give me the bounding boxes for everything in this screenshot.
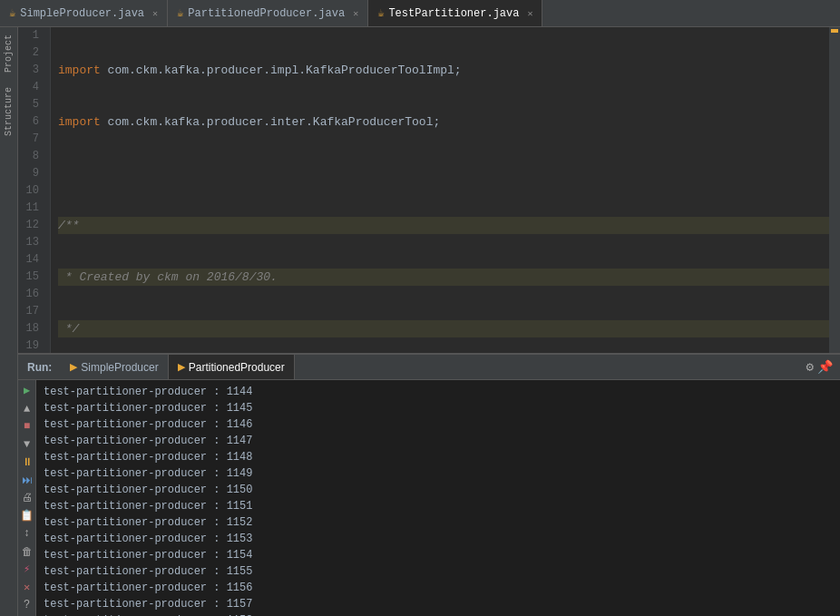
run-icon: ▶ [178, 361, 185, 373]
rerun-button[interactable]: ▶ [20, 384, 34, 398]
code-container[interactable]: 1 2 3 4 5 6 7 8 9 10 11 12 13 14 15 16 1 [18, 27, 840, 353]
filter-button[interactable]: ⚡ [20, 562, 34, 577]
java-icon: ☕ [9, 6, 15, 20]
run-tab-bar: Run: ▶ SimpleProducer ▶ PartitionedProdu… [18, 355, 840, 380]
output-line: test-partitioner-producer : 1156 [44, 580, 833, 596]
java-icon: ☕ [177, 6, 183, 20]
code-line-2: import com.ckm.kafka.producer.inter.Kafk… [58, 113, 829, 131]
code-content[interactable]: import com.ckm.kafka.producer.impl.Kafka… [51, 27, 829, 353]
tab-close-icon[interactable]: ✕ [527, 8, 532, 19]
tab-close-icon[interactable]: ✕ [152, 8, 158, 19]
run-label: Run: [18, 361, 61, 374]
line-numbers: 1 2 3 4 5 6 7 8 9 10 11 12 13 14 15 16 1 [18, 27, 51, 353]
code-line-1: import com.ckm.kafka.producer.impl.Kafka… [58, 62, 829, 79]
pause-button[interactable]: ⏸ [20, 455, 34, 470]
output-line: test-partitioner-producer : 1153 [44, 531, 833, 547]
tab-label: PartitionedProducer.java [188, 7, 345, 20]
settings-icon[interactable]: ⚙ [806, 359, 814, 375]
tab-label: SimpleProducer.java [20, 7, 144, 20]
tab-close-icon[interactable]: ✕ [353, 8, 358, 19]
output-line: test-partitioner-producer : 1158 [44, 612, 833, 616]
structure-sidebar-label[interactable]: Structure [2, 80, 15, 143]
run-tab-label: SimpleProducer [81, 361, 158, 374]
project-sidebar-label[interactable]: Project [2, 27, 15, 80]
down-button[interactable]: ▼ [20, 437, 34, 452]
close-run-button[interactable]: ✕ [20, 581, 34, 595]
run-content: ▶ ▲ ■ ▼ ⏸ ⏭ 🖨 📋 ↕ 🗑 ⚡ ✕ ? test-partition… [18, 380, 840, 616]
code-line-3 [58, 165, 829, 182]
scroll-button[interactable]: ↕ [20, 527, 34, 542]
output-line: test-partitioner-producer : 1144 [44, 384, 833, 400]
output-line: test-partitioner-producer : 1155 [44, 563, 833, 580]
output-line: test-partitioner-producer : 1157 [44, 596, 833, 612]
run-tab-label: PartitionedProducer [189, 361, 285, 374]
tab-test-partitioner[interactable]: ☕ TestPartitioner.java ✕ [368, 0, 542, 26]
tab-simple-producer[interactable]: ☕ SimpleProducer.java ✕ [0, 0, 168, 26]
left-sidebar: Project Structure [0, 27, 18, 616]
run-tab-partitioned-producer[interactable]: ▶ PartitionedProducer [169, 355, 295, 379]
tab-partitioned-producer[interactable]: ☕ PartitionedProducer.java ✕ [168, 0, 368, 26]
run-toolbar: ▶ ▲ ■ ▼ ⏸ ⏭ 🖨 📋 ↕ 🗑 ⚡ ✕ ? [18, 380, 36, 616]
output-line: test-partitioner-producer : 1147 [44, 433, 833, 449]
clear-button[interactable]: 🗑 [20, 544, 34, 559]
up-button[interactable]: ▲ [20, 402, 34, 416]
output-line: test-partitioner-producer : 1151 [44, 498, 833, 514]
help-button[interactable]: ? [20, 598, 34, 612]
stop-button[interactable]: ■ [20, 419, 34, 434]
print-button[interactable]: 🖨 [20, 491, 34, 505]
java-icon: ☕ [377, 6, 384, 20]
code-line-4: /** [58, 217, 829, 234]
output-line: test-partitioner-producer : 1150 [44, 482, 833, 498]
run-panel: Run: ▶ SimpleProducer ▶ PartitionedProdu… [18, 353, 840, 616]
code-line-6: */ [58, 320, 829, 337]
run-icon: ▶ [70, 361, 77, 373]
pin-icon[interactable]: 📌 [817, 359, 833, 375]
code-editor: 1 2 3 4 5 6 7 8 9 10 11 12 13 14 15 16 1 [18, 27, 840, 353]
run-tab-simple-producer[interactable]: ▶ SimpleProducer [61, 355, 168, 379]
output-line: test-partitioner-producer : 1154 [44, 547, 833, 563]
tab-bar: ☕ SimpleProducer.java ✕ ☕ PartitionedPro… [0, 0, 840, 27]
run-controls: ⚙ 📌 [806, 359, 840, 375]
output-line: test-partitioner-producer : 1149 [44, 465, 833, 482]
copy-button[interactable]: 📋 [20, 509, 34, 523]
tab-label: TestPartitioner.java [388, 7, 519, 20]
code-line-5: * Created by ckm on 2016/8/30. [58, 269, 829, 286]
step-button[interactable]: ⏭ [20, 473, 34, 487]
output-line: test-partitioner-producer : 1152 [44, 514, 833, 531]
right-gutter [829, 27, 840, 353]
output-line: test-partitioner-producer : 1145 [44, 400, 833, 416]
gutter-marker-top [831, 29, 838, 33]
main-area: Project Structure 1 2 3 4 5 6 7 8 9 10 1 [0, 27, 840, 616]
output-line: test-partitioner-producer : 1146 [44, 416, 833, 433]
run-output[interactable]: test-partitioner-producer : 1144test-par… [36, 380, 840, 616]
output-line: test-partitioner-producer : 1148 [44, 449, 833, 465]
